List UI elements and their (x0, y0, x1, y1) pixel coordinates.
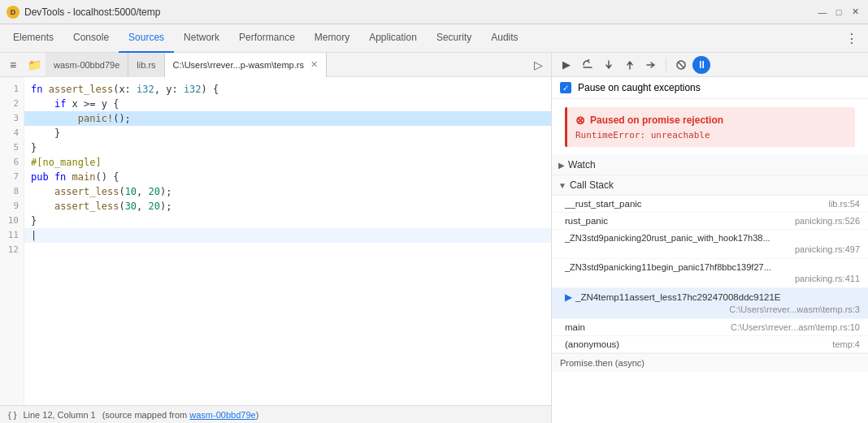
sources-toolbar: ≡ 📁 wasm-00bbd79e lib.rs C:\Users\rrever… (0, 53, 551, 77)
code-line-cursor: | (24, 228, 551, 243)
code-line: pub fn main() { (24, 170, 551, 184)
error-detail: RuntimeError: unreachable (575, 130, 847, 140)
toolbar-divider (666, 58, 666, 72)
cursor-position: Line 12, Column 1 (23, 410, 95, 420)
source-map-info: (source mapped from wasm-00bbd79e) (102, 410, 259, 420)
tab-elements[interactable]: Elements (3, 24, 63, 53)
code-format-icon[interactable]: { } (8, 410, 16, 420)
tab-sources[interactable]: Sources (119, 24, 174, 53)
pause-exceptions-label: Pause on caught exceptions (578, 82, 701, 93)
stack-file: lib.rs:54 (828, 199, 860, 209)
stack-item-current[interactable]: ▶ _ZN4temp11assert_less17hc29247008ddc91… (552, 288, 868, 319)
close-button[interactable]: ✕ (848, 6, 861, 19)
error-title: ⊗ Paused on promise rejection (575, 114, 847, 127)
stack-item[interactable]: rust_panic panicking.rs:526 (552, 213, 868, 230)
code-area: ≡ 📁 wasm-00bbd79e lib.rs C:\Users\rrever… (0, 53, 551, 423)
current-frame-icon: ▶ (565, 291, 572, 303)
stack-item[interactable]: __rust_start_panic lib.rs:54 (552, 196, 868, 213)
error-title-text: Paused on promise rejection (590, 114, 723, 126)
code-lines: fn assert_less(x: i32, y: i32) { if x >=… (24, 77, 551, 405)
step-button[interactable] (641, 55, 661, 75)
filesystem-button[interactable]: 📁 (24, 55, 44, 75)
code-line: } (24, 214, 551, 228)
window-controls: — □ ✕ (816, 6, 861, 19)
code-editor[interactable]: 12345 678910 1112 fn assert_less(x: i32,… (0, 77, 551, 405)
tab-console[interactable]: Console (63, 24, 119, 53)
line-numbers: 12345 678910 1112 (0, 77, 24, 405)
code-line: assert_less(30, 20); (24, 199, 551, 214)
error-box: ⊗ Paused on promise rejection RuntimeErr… (565, 107, 855, 147)
status-bar: { } Line 12, Column 1 (source mapped fro… (0, 405, 551, 423)
stack-fn-name: ▶ _ZN4temp11assert_less17hc29247008ddc91… (565, 291, 860, 303)
watch-label: Watch (568, 159, 596, 170)
file-tab-label: lib.rs (137, 60, 155, 70)
titlebar-title: DevTools - localhost:5000/temp (24, 6, 811, 18)
devtools-icon: D (7, 6, 20, 19)
callstack-label: Call Stack (570, 179, 614, 191)
more-tabs-button[interactable]: ⋮ (839, 31, 865, 46)
main-content: ≡ 📁 wasm-00bbd79e lib.rs C:\Users\rrever… (0, 53, 868, 423)
code-line: fn assert_less(x: i32, y: i32) { (24, 82, 551, 97)
file-tab-label: C:\Users\rrever...p-wasm\temp.rs (173, 60, 304, 70)
maximize-button[interactable]: □ (832, 6, 845, 19)
code-line: assert_less(10, 20); (24, 184, 551, 199)
stack-fn-name: _ZN3std9panicking11begin_panic17hf8bbc13… (565, 262, 860, 272)
file-tab-librs[interactable]: lib.rs (128, 53, 164, 77)
code-line: if x >= y { (24, 97, 551, 111)
tab-application[interactable]: Application (359, 24, 427, 53)
close-tab-icon[interactable]: ✕ (310, 59, 318, 70)
right-panel: ▶ ⏸ ✓ Pause on caught exceptio (551, 53, 868, 423)
stack-item[interactable]: main C:\Users\rrever...asm\temp.rs:10 (552, 319, 868, 336)
watch-section-header[interactable]: ▶ Watch (552, 155, 868, 175)
error-icon: ⊗ (575, 114, 585, 127)
stack-item[interactable]: _ZN3std9panicking20rust_panic_with_hook1… (552, 230, 868, 259)
step-over-button[interactable] (578, 55, 597, 75)
watch-chevron-icon: ▶ (558, 161, 565, 170)
file-tab-temprs[interactable]: C:\Users\rrever...p-wasm\temp.rs ✕ (165, 53, 327, 77)
pause-exceptions-checkbox[interactable]: ✓ (560, 82, 571, 93)
stack-fn-name: main (565, 322, 585, 332)
promise-async-bar: Promise.then (async) (552, 353, 868, 372)
step-into-button[interactable] (599, 55, 618, 75)
stack-item[interactable]: (anonymous) temp:4 (552, 336, 868, 353)
stack-file: temp:4 (832, 339, 860, 349)
svg-line-2 (678, 62, 684, 68)
stack-file: panicking.rs:411 (795, 274, 860, 283)
pause-exceptions-row: ✓ Pause on caught exceptions (552, 77, 868, 99)
file-tabs: wasm-00bbd79e lib.rs C:\Users\rrever...p… (46, 53, 527, 77)
code-line: #[no_mangle] (24, 155, 551, 170)
devtools-tab-bar: Elements Console Sources Network Perform… (0, 24, 868, 53)
right-content[interactable]: ✓ Pause on caught exceptions ⊗ Paused on… (552, 77, 868, 423)
play-button[interactable]: ▷ (528, 55, 548, 75)
tab-audits[interactable]: Audits (481, 24, 527, 53)
source-map-link[interactable]: wasm-00bbd79e (189, 410, 255, 420)
tab-security[interactable]: Security (427, 24, 481, 53)
code-line: } (24, 126, 551, 140)
deactivate-breakpoints-button[interactable] (671, 55, 691, 75)
code-line: } (24, 140, 551, 155)
stack-file: C:\Users\rrever...wasm\temp.rs:3 (729, 304, 860, 314)
resume-button[interactable]: ▶ (557, 55, 576, 75)
navigator-toggle-button[interactable]: ≡ (3, 55, 23, 75)
stack-file: panicking.rs:497 (795, 244, 860, 254)
file-tab-label: wasm-00bbd79e (54, 60, 119, 70)
titlebar: D DevTools - localhost:5000/temp — □ ✕ (0, 0, 868, 24)
pause-on-exceptions-button[interactable]: ⏸ (692, 56, 710, 74)
file-tab-wasm[interactable]: wasm-00bbd79e (46, 53, 128, 77)
stack-fn-name: __rust_start_panic (565, 199, 642, 209)
minimize-button[interactable]: — (816, 6, 829, 19)
tab-memory[interactable]: Memory (305, 24, 359, 53)
debugger-toolbar: ▶ ⏸ (552, 53, 868, 77)
error-section: ⊗ Paused on promise rejection RuntimeErr… (552, 99, 868, 155)
stack-fn-name: _ZN3std9panicking20rust_panic_with_hook1… (565, 233, 860, 243)
tab-network[interactable]: Network (174, 24, 229, 53)
stack-fn-name: rust_panic (565, 216, 608, 226)
stack-file: panicking.rs:526 (795, 216, 860, 226)
tab-performance[interactable]: Performance (229, 24, 305, 53)
callstack-section-header[interactable]: ▼ Call Stack (552, 175, 868, 196)
stack-fn-name: (anonymous) (565, 339, 619, 349)
stack-file: C:\Users\rrever...asm\temp.rs:10 (731, 322, 860, 332)
callstack-chevron-icon: ▼ (558, 181, 566, 190)
stack-item[interactable]: _ZN3std9panicking11begin_panic17hf8bbc13… (552, 259, 868, 288)
step-out-button[interactable] (620, 55, 640, 75)
